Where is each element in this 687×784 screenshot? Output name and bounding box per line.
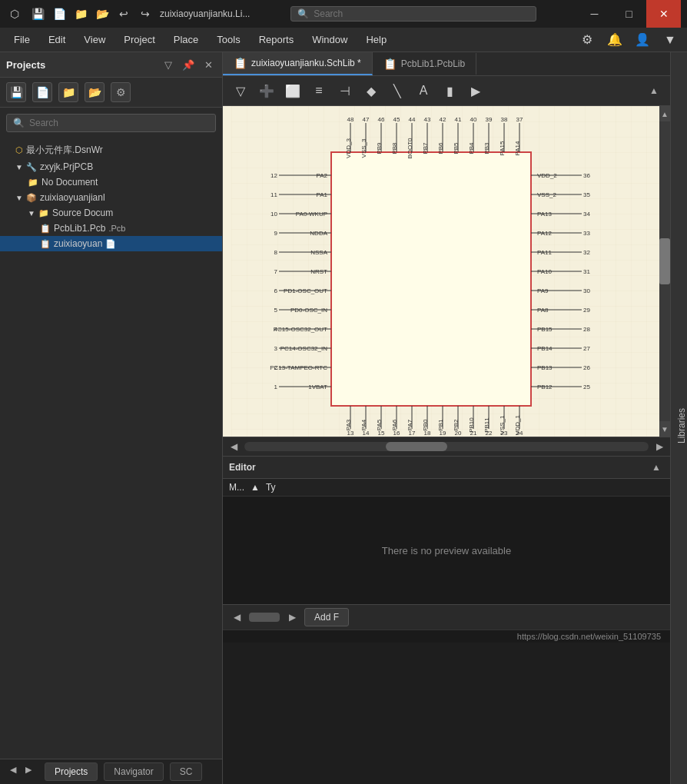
sidebar-save-btn[interactable]: 💾 [6,82,26,102]
maximize-button[interactable]: □ [612,0,646,28]
tab-next-arrow[interactable]: ▶ [22,762,35,776]
doc-tab-schlib[interactable]: 📋 zuixiaoyuanjianku.SchLib * [223,52,373,75]
save-icon[interactable]: 💾 [29,5,46,22]
svg-text:33: 33 [583,230,590,237]
svg-text:7: 7 [274,268,278,275]
v-scrollbar-thumb[interactable] [659,238,670,284]
line-tool[interactable]: ╲ [386,79,409,102]
h-scroll-left[interactable]: ◀ [226,439,241,454]
menu-reports[interactable]: Reports [251,31,302,48]
svg-text:PA4: PA4 [360,419,367,430]
v-scroll-up-btn[interactable]: ▲ [659,106,670,121]
pcblib-tab-icon: 📋 [383,58,397,70]
open-icon[interactable]: 📂 [94,5,111,22]
editor-columns: M... ▲ Ty [223,479,670,497]
tab-navigator[interactable]: Navigator [104,762,163,781]
pcblib-suffix: .Pcb [108,224,125,233]
source-folder-icon: 📁 [38,208,49,218]
tab-prev-arrow[interactable]: ◀ [6,762,20,776]
main-layout: Projects ▽ 📌 ✕ 💾 📄 📁 📂 ⚙ 🔍 ⬡ 最小元件库.DsnWr [0,52,687,784]
schematic-canvas[interactable]: VDD_3 VSS_3 PB9 PB8 BOOT0 PB7 PB6 PB5 PB… [223,106,670,437]
svg-text:PA6: PA6 [391,419,398,430]
svg-text:38: 38 [501,116,508,123]
add-tool[interactable]: ➕ [255,79,278,102]
svg-text:13: 13 [347,430,354,437]
shape-tool[interactable]: ◆ [360,79,383,102]
next-tool[interactable]: ▶ [464,79,487,102]
pin-tool[interactable]: ⊣ [334,79,357,102]
undo-icon[interactable]: ↩ [115,5,132,22]
filter-tool[interactable]: ▽ [229,79,252,102]
sidebar-pin-icon[interactable]: 📌 [181,57,196,72]
tree-item-no-doc[interactable]: 📁 No Document [0,174,222,190]
bottom-scroll-right[interactable]: ▶ [284,610,300,625]
svg-text:34: 34 [583,211,590,218]
toolbar-collapse[interactable]: ▲ [644,81,664,101]
tree-item-zuixiao[interactable]: ▼ 📦 zuixiaoyuanjianl [0,190,222,205]
menu-tools[interactable]: Tools [209,31,247,48]
tree-item-pcblib[interactable]: 📋 PcbLib1.Pcb .Pcb [0,221,222,236]
svg-text:4: 4 [274,326,278,333]
close-button[interactable]: ✕ [646,0,681,28]
menu-project[interactable]: Project [116,31,162,48]
tree-item-label: zuixiaoyuan [54,238,102,249]
tree-item-zxyjk[interactable]: ▼ 🔧 zxyjk.PrjPCB [0,159,222,174]
menu-place[interactable]: Place [166,31,207,48]
user-icon[interactable]: 👤 [632,29,653,51]
menu-view[interactable]: View [76,31,113,48]
title-search-bar[interactable]: 🔍 [290,6,536,22]
doc-tab-pcblib-label: PcbLib1.PcbLib [401,58,465,69]
minimize-button[interactable]: ─ [577,0,612,28]
editor-header: Editor ▲ [223,457,670,479]
add-panel-button[interactable]: Add F [304,608,349,626]
app-icon: ⬡ [6,5,23,22]
user-dropdown-icon[interactable]: ▼ [659,29,681,51]
tab-projects[interactable]: Projects [45,762,98,781]
sidebar-search[interactable]: 🔍 [6,114,216,132]
title-bar: ⬡ 💾 📄 📁 📂 ↩ ↪ zuixiaoyuanjianku.Li... 🔍 … [0,0,687,28]
settings-icon[interactable]: ⚙ [576,29,598,51]
search-input[interactable] [314,8,529,19]
bottom-bar: ◀ ▶ Add F [223,604,670,630]
h-scroll-right[interactable]: ▶ [652,439,667,454]
tab-sc[interactable]: SC [170,762,203,781]
sidebar-search-input[interactable] [29,118,209,128]
tree-arrow: ▼ [28,209,35,218]
h-scrollbar-thumb[interactable] [386,442,447,451]
redo-icon[interactable]: ↪ [137,5,154,22]
folder-icon[interactable]: 📁 [72,5,89,22]
bottom-scrollbar-thumb[interactable] [249,613,280,622]
sidebar-folder-btn[interactable]: 📁 [58,82,78,102]
sidebar-dropdown-icon[interactable]: ▽ [161,57,176,72]
menu-file[interactable]: File [6,31,38,48]
bottom-scroll-left[interactable]: ◀ [229,610,244,625]
v-scroll-down-btn[interactable]: ▼ [659,421,670,437]
new-doc-icon[interactable]: 📄 [51,5,68,22]
tree-item-root[interactable]: ⬡ 最小元件库.DsnWr [0,141,222,159]
text-tool[interactable]: A [412,79,435,102]
fill-tool[interactable]: ▮ [438,79,461,102]
notifications-icon[interactable]: 🔔 [604,29,626,51]
libraries-panel[interactable]: Libraries [670,52,687,784]
svg-text:19: 19 [440,430,446,437]
sidebar-close-icon[interactable]: ✕ [201,57,216,72]
editor-collapse-btn[interactable]: ▲ [649,460,664,475]
editor-col1-arrow[interactable]: ▲ [251,482,260,493]
title-bar-buttons: 💾 📄 📁 📂 ↩ ↪ [29,5,154,22]
v-scrollbar[interactable]: ▲ ▼ [659,106,670,437]
align-tool[interactable]: ≡ [307,79,330,102]
tree-arrow: ▼ [15,194,23,202]
sidebar-new-btn[interactable]: 📄 [32,82,52,102]
menu-edit[interactable]: Edit [41,31,73,48]
sidebar-settings-btn[interactable]: ⚙ [111,82,131,102]
rect-tool[interactable]: ⬜ [281,79,304,102]
menu-window[interactable]: Window [304,31,355,48]
sidebar-open-btn[interactable]: 📂 [85,82,105,102]
doc-tab-pcblib[interactable]: 📋 PcbLib1.PcbLib [373,53,476,75]
tree-item-source[interactable]: ▼ 📁 Source Docum [0,205,222,221]
tree-item-schlib[interactable]: 📋 zuixiaoyuan 📄 [0,236,222,251]
h-scrollbar[interactable] [244,442,649,451]
menu-help[interactable]: Help [358,31,394,48]
svg-text:PA7: PA7 [407,419,413,430]
libraries-label: Libraries [676,408,687,443]
